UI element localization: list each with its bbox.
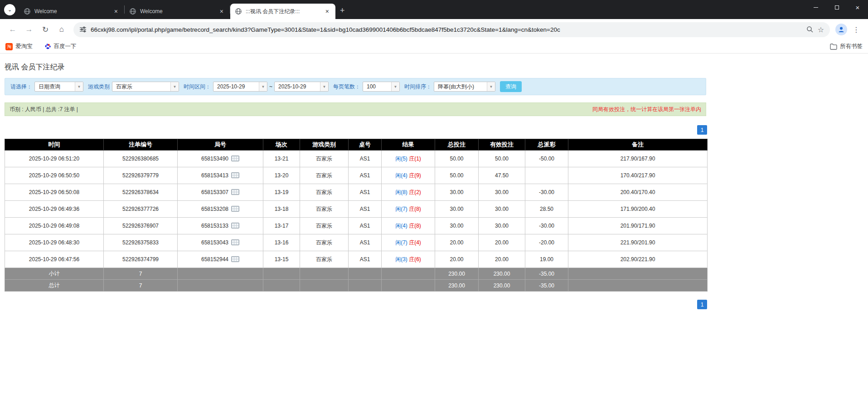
date-tilde: ~ (269, 83, 272, 90)
cell-valid-bet: 30.00 (479, 201, 525, 218)
back-button[interactable]: ← (5, 22, 20, 37)
result-banker: 庄(8) (409, 223, 421, 229)
all-bookmarks-label: 所有书签 (840, 43, 863, 50)
header-time: 时间 (5, 139, 104, 151)
site-settings-icon[interactable] (79, 26, 87, 33)
cell-session: 13-19 (263, 184, 300, 201)
roadmap-icon[interactable] (231, 223, 239, 229)
cell-time: 2025-10-29 06:49:36 (5, 201, 104, 218)
cell-total-bet: 20.00 (435, 234, 479, 251)
chevron-down-icon: ⌄ (8, 7, 12, 13)
roadmap-icon[interactable] (231, 156, 239, 161)
empty-cell (568, 280, 708, 292)
cell-round-id: 658153043 (178, 234, 263, 251)
cell-payout: 28.50 (525, 201, 568, 218)
empty-cell (382, 280, 435, 292)
all-bookmarks[interactable]: 所有书签 (830, 43, 863, 50)
cell-game: 百家乐 (300, 251, 349, 268)
result-player: 闲(3) (395, 256, 407, 263)
new-tab-button[interactable]: + (335, 6, 349, 19)
result-banker: 庄(9) (409, 172, 421, 179)
table-row: 2025-10-29 06:51:20 522926380685 6581534… (5, 151, 708, 167)
tab-welcome-2[interactable]: Welcome × (125, 4, 230, 19)
bookmark-aitaobao[interactable]: 淘 爱淘宝 (5, 43, 33, 50)
roadmap-icon[interactable] (231, 256, 239, 262)
cell-game: 百家乐 (300, 234, 349, 251)
empty-cell (178, 280, 263, 292)
reload-button[interactable]: ↻ (38, 22, 53, 37)
search-button[interactable]: 查询 (500, 81, 522, 92)
page-content: 视讯 会员下注纪录 请选择： 日期查询 ▼ 游戏类别 百家乐 ▼ 时间区间： 2… (0, 63, 711, 309)
maximize-button[interactable] (826, 0, 847, 15)
empty-cell (263, 280, 300, 292)
close-window-button[interactable]: × (847, 0, 868, 15)
tab-search-button[interactable]: ⌄ (4, 4, 15, 15)
chevron-down-icon[interactable]: ▼ (320, 82, 328, 91)
date-from-select[interactable]: 2025-10-29 ▼ (213, 82, 267, 92)
tab-close-icon[interactable]: × (324, 8, 331, 15)
home-button[interactable]: ⌂ (54, 22, 69, 37)
table-row: 2025-10-29 06:48:30 522926375833 6581530… (5, 234, 708, 251)
tab-welcome-1[interactable]: Welcome × (19, 4, 124, 19)
back-icon: ← (9, 25, 17, 34)
game-type-label: 游戏类别 (88, 83, 110, 91)
cell-bet-id: 522926377726 (104, 201, 178, 218)
result-banker: 庄(6) (409, 256, 421, 263)
roadmap-icon[interactable] (231, 172, 239, 178)
chevron-down-icon[interactable]: ▼ (259, 82, 267, 91)
cell-total-bet: 30.00 (435, 201, 479, 218)
roadmap-icon[interactable] (231, 239, 239, 245)
cell-table-no: AS1 (349, 251, 382, 268)
query-type-select[interactable]: 日期查询 ▼ (34, 82, 83, 92)
home-icon: ⌂ (59, 25, 64, 34)
cell-note: 170.40/217.90 (568, 167, 708, 184)
profile-avatar[interactable] (835, 24, 847, 35)
roadmap-icon[interactable] (231, 206, 239, 212)
page-1-button[interactable]: 1 (697, 300, 707, 309)
date-to-select[interactable]: 2025-10-29 ▼ (274, 82, 329, 92)
sort-label: 时间排序： (404, 83, 432, 91)
page-1-button[interactable]: 1 (697, 125, 707, 135)
tab-close-icon[interactable]: × (112, 8, 120, 15)
sort-select[interactable]: 降幂(由大到小) ▼ (434, 82, 495, 92)
cell-time: 2025-10-29 06:49:08 (5, 218, 104, 234)
cell-round-id: 658153490 (178, 151, 263, 167)
cell-note: 200.40/170.40 (568, 184, 708, 201)
subtotal-count: 7 (104, 268, 178, 280)
table-header-row: 时间 注单编号 局号 场次 游戏类别 桌号 结果 总投注 有效投注 总派彩 备注 (5, 139, 708, 151)
forward-icon: → (25, 25, 33, 34)
bookmark-star-icon[interactable]: ☆ (818, 25, 824, 34)
bookmark-baidu[interactable]: 百度一下 (44, 43, 77, 50)
round-id-text: 658153413 (201, 172, 228, 179)
cell-total-bet: 50.00 (435, 151, 479, 167)
minimize-button[interactable] (805, 0, 826, 15)
chevron-down-icon[interactable]: ▼ (391, 82, 399, 91)
cell-note: 221.90/201.90 (568, 234, 708, 251)
table-row: 2025-10-29 06:49:08 522926376907 6581531… (5, 218, 708, 234)
forward-button[interactable]: → (22, 22, 36, 37)
cell-bet-id: 522926378634 (104, 184, 178, 201)
cell-payout: -20.00 (525, 234, 568, 251)
tab-bet-record-active[interactable]: :::视讯 会员下注纪录::: × (230, 4, 335, 19)
address-bar[interactable]: 66cxkj98.com/ipl/portal.php/game/betreco… (73, 22, 830, 37)
tab-close-icon[interactable]: × (218, 8, 225, 15)
chevron-down-icon[interactable]: ▼ (75, 82, 83, 91)
cell-total-bet: 20.00 (435, 251, 479, 268)
empty-cell (349, 280, 382, 292)
browser-menu-button[interactable]: ⋮ (849, 25, 863, 34)
roadmap-icon[interactable] (231, 189, 239, 195)
result-player: 闲(8) (395, 189, 407, 195)
header-result: 结果 (382, 139, 435, 151)
result-player: 闲(7) (395, 206, 407, 212)
zoom-icon[interactable] (806, 26, 814, 33)
cell-payout: -30.00 (525, 184, 568, 201)
game-type-select[interactable]: 百家乐 ▼ (112, 82, 179, 92)
chevron-down-icon[interactable]: ▼ (487, 82, 495, 91)
cell-result: 闲(5) 庄(1) (382, 151, 435, 167)
cell-table-no: AS1 (349, 167, 382, 184)
page-size-select[interactable]: 100 ▼ (363, 82, 400, 92)
minimize-icon (814, 7, 818, 8)
subtotal-row: 小计 7 230.00 230.00 -35.00 (5, 268, 708, 280)
cell-bet-id: 522926380685 (104, 151, 178, 167)
chevron-down-icon[interactable]: ▼ (170, 82, 179, 91)
